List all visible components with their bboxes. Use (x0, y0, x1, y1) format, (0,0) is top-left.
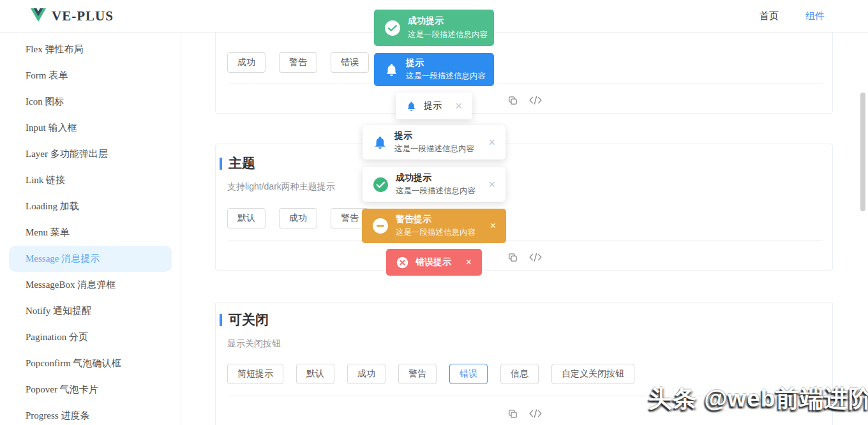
minus-circle-icon (372, 218, 389, 234)
code-icon (529, 408, 542, 419)
bell-icon (373, 135, 387, 150)
page: VE-PLUS 首页组件 Flex 弹性布局Form 表单Icon 图标Inpu… (0, 0, 868, 425)
sidebar-item-message[interactable]: Message 消息提示 (9, 246, 172, 272)
button-默认[interactable]: 默认 (296, 364, 334, 384)
example-actions (215, 94, 833, 106)
toast-title: 提示 (424, 100, 442, 112)
copy-icon (507, 95, 518, 106)
button-错误[interactable]: 错误 (449, 364, 488, 384)
toast-content: 成功提示这是一段描述信息内容 (396, 172, 475, 197)
code-icon (529, 95, 542, 105)
view-code-button[interactable] (530, 94, 541, 106)
copy-button[interactable] (507, 251, 518, 263)
closable-example-buttons: 简短提示默认成功警告错误信息自定义关闭按钮 (227, 364, 634, 384)
button-警告[interactable]: 警告 (398, 364, 437, 384)
section-title: 可关闭 (228, 311, 269, 329)
button-成功[interactable]: 成功 (227, 52, 266, 73)
toast-content: 提示 (424, 100, 442, 112)
copy-icon (507, 408, 518, 419)
sidebar-item-input[interactable]: Input 输入框 (9, 115, 172, 141)
button-简短提示[interactable]: 简短提示 (227, 364, 283, 384)
button-错误[interactable]: 错误 (331, 52, 369, 73)
sidebar-item-pagination[interactable]: Pagination 分页 (9, 324, 172, 350)
button-信息[interactable]: 信息 (500, 364, 539, 384)
check-circle-icon (373, 177, 389, 193)
close-icon[interactable]: × (458, 257, 472, 267)
button-默认[interactable]: 默认 (227, 208, 266, 228)
sidebar-item-loading[interactable]: Loading 加载 (9, 193, 172, 220)
close-icon[interactable]: × (481, 179, 495, 190)
sidebar-item-menu[interactable]: Menu 菜单 (9, 220, 172, 246)
toast-description: 这是一段描述信息内容 (394, 144, 474, 154)
vue-logo-icon (31, 8, 46, 24)
message-toast-info-dark: 提示这是一段描述信息内容 (374, 53, 494, 86)
logo[interactable]: VE-PLUS (31, 0, 114, 32)
button-自定义关闭按钮[interactable]: 自定义关闭按钮 (551, 364, 634, 384)
close-icon[interactable]: × (483, 221, 496, 231)
sidebar-item-layer[interactable]: Layer 多功能弹出层 (9, 141, 172, 167)
check-circle-icon (384, 20, 401, 36)
toast-description: 这是一段描述信息内容 (396, 227, 475, 238)
main-scrollbar-thumb[interactable] (860, 93, 865, 211)
section-description: 支持light/dark两种主题提示 (227, 181, 335, 193)
sidebar-item-popover[interactable]: Popover 气泡卡片 (9, 377, 172, 403)
sidebar-item-flex[interactable]: Flex 弹性布局 (9, 36, 172, 63)
logo-text: VE-PLUS (52, 8, 114, 24)
theme-example-buttons: 默认成功警告 (227, 208, 369, 228)
button-成功[interactable]: 成功 (279, 208, 317, 228)
bell-icon (406, 101, 417, 112)
toast-description: 这是一段描述信息内容 (408, 29, 484, 40)
x-circle-icon (396, 257, 408, 269)
code-icon (529, 252, 542, 262)
message-toast-info-light: 提示× (396, 93, 472, 119)
toast-title: 警告提示 (396, 214, 475, 225)
top-nav: 首页组件 (760, 0, 825, 32)
sidebar-item-popconfirm[interactable]: Popconfirm 气泡确认框 (9, 350, 172, 377)
sidebar-menu: Flex 弹性布局Form 表单Icon 图标Input 输入框Layer 多功… (0, 36, 181, 425)
sidebar: Flex 弹性布局Form 表单Icon 图标Input 输入框Layer 多功… (0, 33, 181, 425)
divider (228, 84, 823, 84)
copy-button[interactable] (507, 408, 518, 419)
message-toast-success-light: 成功提示这是一段描述信息内容× (363, 167, 505, 202)
toast-content: 错误提示 (415, 257, 451, 268)
close-icon[interactable]: × (447, 100, 462, 112)
nav-item-组件[interactable]: 组件 (805, 10, 825, 22)
button-警告[interactable]: 警告 (279, 52, 317, 73)
close-icon[interactable]: × (481, 137, 495, 148)
example-actions (215, 251, 833, 263)
sidebar-divider (181, 33, 181, 425)
toast-title: 成功提示 (396, 172, 475, 184)
bell-icon (384, 63, 399, 77)
message-toast-info-light: 提示这是一段描述信息内容× (363, 125, 505, 160)
copy-button[interactable] (507, 94, 518, 106)
view-code-button[interactable] (530, 408, 541, 419)
button-成功[interactable]: 成功 (347, 364, 385, 384)
toast-description: 这是一段描述信息内容 (406, 71, 484, 82)
divider (228, 241, 823, 241)
section-heading-closable: 可关闭 (220, 311, 269, 329)
sidebar-item-progress[interactable]: Progress 进度条 (9, 403, 172, 425)
sidebar-item-icon[interactable]: Icon 图标 (9, 89, 172, 115)
heading-accent-bar (220, 314, 222, 326)
view-code-button[interactable] (530, 251, 541, 263)
toast-description: 这是一段描述信息内容 (396, 186, 475, 197)
toast-title: 错误提示 (415, 257, 451, 268)
heading-accent-bar (220, 158, 222, 170)
watermark: 头条 @web前端进阶 (648, 383, 868, 415)
toast-content: 成功提示这是一段描述信息内容 (408, 15, 484, 40)
section-heading-theme: 主题 (220, 154, 255, 172)
section-title: 主题 (228, 154, 255, 172)
toast-content: 提示这是一段描述信息内容 (394, 130, 474, 155)
message-toast-success-dark: 成功提示这是一段描述信息内容 (374, 10, 494, 46)
sidebar-item-form[interactable]: Form 表单 (9, 63, 172, 89)
section-description: 显示关闭按钮 (227, 338, 281, 350)
top-example-buttons: 成功警告错误 (227, 52, 369, 73)
sidebar-item-messagebox[interactable]: MessageBox 消息弹框 (9, 272, 172, 298)
toast-content: 提示这是一段描述信息内容 (406, 57, 484, 82)
toast-title: 提示 (406, 57, 484, 69)
nav-item-首页[interactable]: 首页 (760, 10, 779, 22)
toast-title: 提示 (394, 130, 474, 142)
message-toast-error-dark: 错误提示× (386, 249, 482, 276)
sidebar-item-link[interactable]: Link 链接 (9, 167, 172, 193)
sidebar-item-notify[interactable]: Notify 通知提醒 (9, 298, 172, 324)
